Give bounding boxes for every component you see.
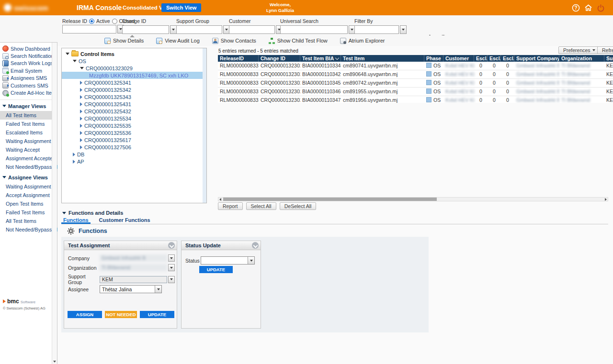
sidebar-section-assignee-views[interactable]: Assignee Views [0,173,57,182]
status-select[interactable] [201,256,255,265]
tree-item-crq000001325432[interactable]: CRQ000001325432 [62,108,206,115]
not-needed-button[interactable]: NOT NEEDED [105,311,137,318]
table-row[interactable]: RLM000000083321CRQ000001323029BIA0000011… [218,62,613,70]
collapse-search-chevron-icon[interactable] [130,35,135,37]
tree-scrollbar[interactable] [203,48,206,203]
select-all-button[interactable]: Select All [246,202,276,210]
chevron-right-icon[interactable] [80,88,82,92]
toolbar-item-view-audit-log[interactable]: View Audit Log [156,38,200,44]
company-dropdown-arrow[interactable] [168,254,175,262]
support-group-dropdown-arrow[interactable] [168,276,175,283]
tab-functions[interactable]: Functions [61,217,91,224]
status-dropdown-arrow[interactable] [248,257,254,264]
dropdown-arrow-button[interactable] [170,25,177,34]
toolbar-item-atrium-explorer[interactable]: Atrium Explorer [340,38,385,44]
column-header-escl-6[interactable]: Escl... [474,55,488,62]
tree-item-crq000001325617[interactable]: CRQ000001325617 [62,136,206,143]
sidebar-item-show-dashboard[interactable]: Show Dashboard [0,45,57,52]
column-header-releaseid-0[interactable]: ReleaseID [218,55,259,62]
chevron-right-icon[interactable] [80,124,82,128]
assign-button[interactable]: ASSIGN [68,311,102,318]
chevron-right-icon[interactable] [80,102,82,106]
sidebar-view-manager-views-assignment-accepted[interactable]: Assignment Accepted [0,154,57,163]
sidebar-item-assignees-sms[interactable]: Assignees SMS [0,75,57,82]
sidebar-view-assignee-views-not-needed-bypassed[interactable]: Not Needed/Bypassed [0,225,57,234]
column-header-supp-11[interactable]: Supp... [604,55,613,62]
chevron-right-icon[interactable] [80,117,82,121]
sidebar-item-email-system[interactable]: Email System [0,67,57,74]
sidebar-item-search-notification[interactable]: Search Notification [0,52,57,59]
scroll-left-icon[interactable] [219,198,221,201]
filter-input-filter-by[interactable] [354,25,399,34]
scroll-right-icon[interactable] [605,198,607,201]
deselect-all-button[interactable]: DeSelect All [280,202,317,210]
column-header-phase-4[interactable]: Phase [424,55,443,62]
table-row[interactable]: RLM000000083321CRQ000001323029BIA0000011… [218,96,613,103]
column-header-customer-5[interactable]: Customer [443,55,474,62]
power-icon[interactable] [597,4,605,12]
chevron-right-icon[interactable] [80,145,82,149]
column-header-escl-7[interactable]: Escl... [488,55,501,62]
column-header-support-company-9[interactable]: Support Company [514,55,559,62]
report-button[interactable]: Report [218,202,243,210]
tree-item-crq000001325343[interactable]: CRQ000001325343 [62,93,206,100]
chevron-right-icon[interactable] [80,81,82,85]
sidebar-view-assignee-views-failed-test-items[interactable]: Failed Test Items [0,208,57,217]
refresh-button[interactable]: Refresh [597,46,613,54]
closed-radio[interactable] [112,19,117,24]
filter-input-customer[interactable] [229,25,275,34]
tree-item-crq000001325534[interactable]: CRQ000001325534 [62,115,206,122]
sidebar-view-manager-views-not-needed-bypassed[interactable]: Not Needed/Bypassed [0,163,57,171]
preferences-button[interactable]: Preferences [558,46,600,54]
sidebar-view-manager-views-all-test-items[interactable]: All Test Items [0,111,57,120]
sidebar-scrollbar[interactable] [52,43,57,364]
sidebar-item-search-work-logs[interactable]: Search Work Logs [0,60,57,67]
tree-item-crq000001327506[interactable]: CRQ000001327506 [62,143,206,151]
sidebar-view-manager-views-waiting-accept[interactable]: Waiting Accept [0,145,57,154]
functions-and-details-header[interactable]: Functions and Details [62,210,123,216]
chevron-right-icon[interactable] [80,131,82,135]
table-horizontal-scrollbar[interactable] [218,197,608,201]
table-row[interactable]: RLM000000083321CRQ000001323029BIA0000011… [218,79,613,88]
active-radio-label[interactable]: Active [96,18,110,24]
tree-group-ap[interactable]: AP [62,158,206,165]
assignee-select[interactable]: Thétaz Jalina [100,285,162,293]
scrollbar-thumb[interactable] [223,198,437,201]
sidebar-view-assignee-views-waiting-assignment[interactable]: Waiting Assignment [0,182,57,191]
chevron-right-icon[interactable] [80,138,82,142]
tree-selected-item[interactable]: Mzzgfdb UKK789013157469, SC xxh LKO [62,72,206,79]
tree-item-crq000001325342[interactable]: CRQ000001325342 [62,86,206,93]
column-header-escl-8[interactable]: Escl... [501,55,514,62]
dropdown-arrow-button[interactable] [400,25,407,34]
organization-dropdown-arrow[interactable] [168,264,175,271]
column-header-organization-10[interactable]: Organization [559,55,604,62]
toolbar-item-show-contacts[interactable]: Show Contacts [212,38,256,44]
table-row[interactable]: RLM000000083321CRQ000001323029BIA0000011… [218,70,613,79]
sidebar-view-manager-views-waiting-assignment[interactable]: Waiting Assignment [0,137,57,145]
sidebar-view-assignee-views-accept-assignment[interactable]: Accept Assignment [0,191,57,199]
toolbar-item-show-child-test-flow[interactable]: Show Child Test Flow [269,38,328,44]
tab-customer-functions[interactable]: Customer Functions [97,217,152,224]
panel-collapse-icon[interactable] [168,242,175,249]
chevron-down-icon[interactable] [80,67,84,69]
toolbar-item-show-details[interactable]: Show Details [104,38,144,44]
tree-item-crq000001325431[interactable]: CRQ000001325431 [62,100,206,108]
chevron-right-icon[interactable] [80,110,82,113]
tree-item-crq000001323029[interactable]: CRQ000001323029 [62,65,206,72]
active-radio[interactable] [89,19,94,24]
assignee-dropdown-arrow[interactable] [155,286,161,293]
column-header-test-item-bia-2[interactable]: Test Item BIA [300,55,341,62]
chevron-down-icon[interactable] [66,53,69,55]
chevron-right-icon[interactable] [73,153,75,156]
panel-collapse-icon[interactable] [252,242,259,249]
sidebar-item-customers-sms[interactable]: Customers SMS [0,82,57,89]
update-button[interactable]: UPDATE [140,311,174,318]
sidebar-view-assignee-views-open-test-items[interactable]: Open Test Items [0,199,57,208]
sidebar-item-create-ad-hoc-item[interactable]: Create Ad-Hoc Item [0,89,57,96]
chevron-right-icon[interactable] [80,95,82,99]
switch-view-button[interactable]: Switch View [161,3,201,12]
sidebar-view-manager-views-failed-test-items[interactable]: Failed Test Items [0,120,57,128]
table-row[interactable]: RLM000000083321CRQ000001323029BIA0000011… [218,88,613,96]
tree-item-crq000001325535[interactable]: CRQ000001325535 [62,122,206,129]
tree-root[interactable]: Control Items [62,50,206,57]
